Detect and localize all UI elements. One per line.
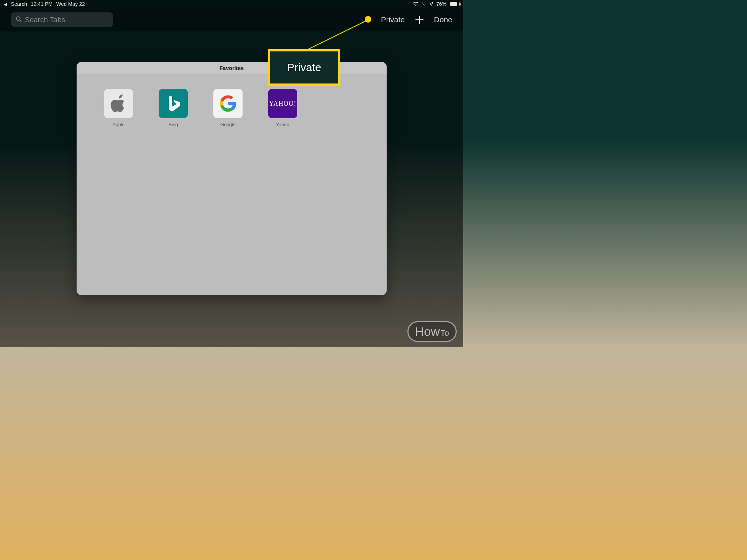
- back-caret-icon[interactable]: ◀: [4, 1, 7, 7]
- new-tab-button[interactable]: [414, 15, 425, 25]
- private-toggle[interactable]: Private: [381, 15, 405, 24]
- status-time: 12:41 PM: [31, 1, 53, 7]
- status-bar: ◀ Search 12:41 PM Wed May 22 76%: [0, 0, 463, 8]
- favorite-label: Yahoo: [276, 122, 290, 127]
- favorite-google[interactable]: Google: [212, 89, 244, 127]
- done-button[interactable]: Done: [434, 15, 452, 24]
- favorite-label: Apple: [112, 122, 124, 127]
- location-icon: [429, 2, 433, 6]
- favorite-yahoo[interactable]: YAHOO! Yahoo: [266, 89, 299, 127]
- favorites-card: Favorites Apple Bing Google: [77, 62, 387, 295]
- tabs-toolbar: Private Done: [0, 8, 463, 31]
- annotation-callout-text: Private: [287, 61, 321, 74]
- favorite-apple[interactable]: Apple: [102, 89, 135, 127]
- annotation-callout: Private: [268, 49, 340, 86]
- favorite-label: Google: [220, 122, 236, 127]
- yahoo-icon: YAHOO!: [268, 89, 297, 118]
- howto-watermark: How To: [407, 321, 457, 342]
- do-not-disturb-icon: [422, 2, 426, 6]
- howto-how: How: [415, 324, 440, 339]
- favorite-bing[interactable]: Bing: [157, 89, 190, 127]
- search-tabs-input[interactable]: [25, 16, 109, 24]
- battery-icon: [450, 2, 460, 6]
- apple-icon: [104, 89, 133, 118]
- annotation-dot: [365, 16, 371, 23]
- howto-to: To: [441, 328, 449, 338]
- svg-line-1: [20, 20, 21, 22]
- wifi-icon: [413, 2, 419, 6]
- favorite-label: Bing: [169, 122, 178, 127]
- status-date: Wed May 22: [56, 1, 85, 7]
- google-icon: [213, 89, 243, 118]
- back-app-label[interactable]: Search: [11, 1, 27, 7]
- search-tabs-field[interactable]: [11, 12, 113, 27]
- battery-percent: 76%: [436, 1, 446, 7]
- bing-icon: [159, 89, 188, 118]
- search-icon: [15, 16, 22, 24]
